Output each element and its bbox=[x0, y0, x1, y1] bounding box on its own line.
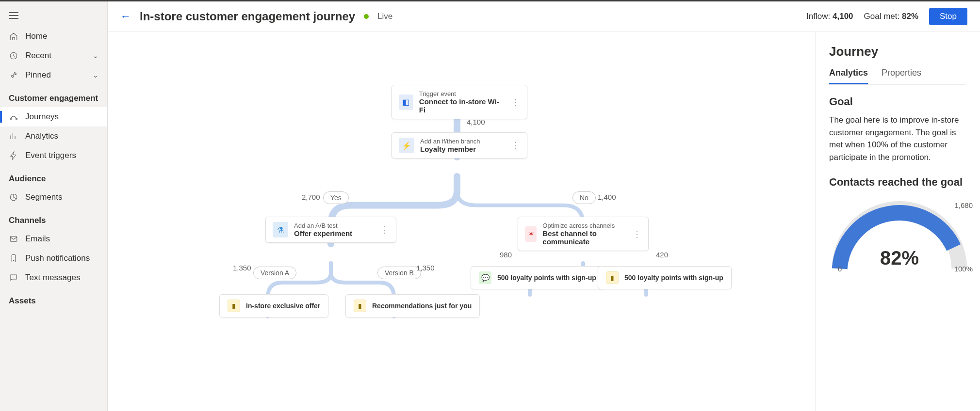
gauge-min: 0 bbox=[838, 265, 842, 273]
more-icon[interactable]: ⋮ bbox=[506, 97, 520, 108]
gauge-reached: 1,680 bbox=[954, 201, 973, 209]
count-vb: 1,350 bbox=[416, 264, 435, 272]
back-arrow-icon[interactable]: ← bbox=[120, 10, 131, 23]
offer-icon: ▮ bbox=[354, 300, 366, 312]
count-opt-left: 980 bbox=[500, 251, 512, 259]
node-optimize[interactable]: ✶ Optimize across channels Best channel … bbox=[518, 217, 649, 251]
node-title: Connect to in-store Wi-Fi bbox=[419, 97, 500, 114]
ab-test-icon: ⚗ bbox=[273, 222, 288, 237]
nav-text-messages[interactable]: Text messages bbox=[0, 268, 107, 287]
nav-label: Text messages bbox=[25, 273, 80, 283]
bolt-icon: ⚡ bbox=[399, 138, 414, 153]
section-channels: Channels bbox=[0, 207, 107, 229]
nav-pinned[interactable]: Pinned ⌄ bbox=[0, 65, 107, 85]
node-title: Recommendations just for you bbox=[372, 302, 472, 310]
svg-point-6 bbox=[13, 260, 14, 261]
goal-heading: Goal bbox=[829, 95, 966, 108]
journey-panel: Journey Analytics Properties Goal The go… bbox=[815, 32, 980, 411]
node-leaf-a[interactable]: ▮ In-store exclusive offer bbox=[219, 294, 328, 317]
node-title: 500 loyalty points with sign-up bbox=[497, 274, 596, 282]
nav-label: Emails bbox=[25, 234, 50, 244]
count-no: 1,400 bbox=[598, 193, 616, 201]
pill-version-b: Version B bbox=[377, 267, 421, 279]
stop-button[interactable]: Stop bbox=[929, 8, 967, 25]
node-title: Loyalty member bbox=[420, 145, 480, 153]
home-icon bbox=[9, 32, 18, 41]
nav-segments[interactable]: Segments bbox=[0, 188, 107, 207]
panel-tabs: Analytics Properties bbox=[829, 68, 966, 85]
pin-icon bbox=[9, 70, 18, 80]
nav-label: Push notifications bbox=[25, 253, 90, 263]
nav-recent[interactable]: Recent ⌄ bbox=[0, 46, 107, 65]
count-yes: 2,700 bbox=[302, 193, 320, 201]
node-branch[interactable]: ⚡ Add an if/then branch Loyalty member ⋮ bbox=[392, 132, 527, 158]
node-sub: Add an if/then branch bbox=[420, 138, 480, 145]
node-leaf-d[interactable]: ▮ 500 loyalty points with sign-up bbox=[598, 266, 732, 289]
chart-heading: Contacts reached the goal bbox=[829, 176, 966, 189]
nav-journeys[interactable]: Journeys bbox=[0, 107, 107, 126]
pill-no: No bbox=[572, 191, 596, 204]
points-icon: 💬 bbox=[479, 271, 491, 284]
clock-icon bbox=[9, 51, 18, 61]
gauge-value: 82% bbox=[880, 247, 919, 269]
more-icon[interactable]: ⋮ bbox=[627, 229, 641, 239]
nav-label: Pinned bbox=[25, 70, 51, 80]
nav-label: Event triggers bbox=[25, 151, 76, 160]
node-leaf-b[interactable]: ▮ Recommendations just for you bbox=[345, 294, 480, 317]
pill-yes: Yes bbox=[323, 191, 349, 204]
section-customer-engagement: Customer engagement bbox=[0, 85, 107, 107]
nav-label: Segments bbox=[25, 192, 63, 202]
tab-analytics[interactable]: Analytics bbox=[829, 68, 868, 84]
count-va: 1,350 bbox=[233, 264, 251, 272]
inflow-metric: Inflow: 4,100 bbox=[806, 12, 853, 21]
analytics-icon bbox=[9, 131, 18, 141]
nav-emails[interactable]: Emails bbox=[0, 229, 107, 249]
chevron-down-icon: ⌄ bbox=[93, 52, 98, 60]
node-ab-test[interactable]: ⚗ Add an A/B test Offer experiment ⋮ bbox=[265, 217, 396, 243]
count-opt-right: 420 bbox=[656, 251, 668, 259]
journey-canvas[interactable]: ◧ Trigger event Connect to in-store Wi-F… bbox=[108, 32, 815, 411]
node-sub: Optimize across channels bbox=[542, 222, 621, 229]
node-sub: Add an A/B test bbox=[294, 222, 352, 229]
node-trigger[interactable]: ◧ Trigger event Connect to in-store Wi-F… bbox=[392, 85, 527, 119]
trigger-event-icon: ◧ bbox=[399, 95, 413, 110]
section-audience: Audience bbox=[0, 165, 107, 188]
offer-icon: ▮ bbox=[228, 300, 240, 312]
topbar: ← In-store customer engagement journey L… bbox=[108, 1, 980, 32]
page-title: In-store customer engagement journey bbox=[140, 10, 355, 23]
more-icon[interactable]: ⋮ bbox=[506, 140, 520, 151]
nav-analytics[interactable]: Analytics bbox=[0, 126, 107, 146]
nav-home[interactable]: Home bbox=[0, 27, 107, 46]
node-title: Best channel to communicate bbox=[542, 229, 621, 246]
count-trigger: 4,100 bbox=[467, 118, 485, 126]
goal-metric: Goal met: 82% bbox=[864, 12, 918, 21]
chevron-down-icon: ⌄ bbox=[93, 71, 98, 79]
section-assets: Assets bbox=[0, 287, 107, 310]
trigger-icon bbox=[9, 151, 18, 160]
sms-icon bbox=[9, 273, 18, 283]
nav-label: Analytics bbox=[25, 131, 58, 141]
email-icon bbox=[9, 234, 18, 244]
pill-version-a: Version A bbox=[253, 267, 296, 279]
node-title: 500 loyalty points with sign-up bbox=[624, 274, 723, 282]
node-sub: Trigger event bbox=[419, 90, 500, 97]
gauge-chart: 0 100% 1,680 82% bbox=[829, 198, 970, 276]
panel-heading: Journey bbox=[829, 44, 966, 59]
node-title: Offer experiment bbox=[294, 229, 352, 237]
segments-icon bbox=[9, 192, 18, 202]
status-text: Live bbox=[377, 12, 392, 21]
status-dot bbox=[364, 14, 369, 19]
nav-event-triggers[interactable]: Event triggers bbox=[0, 146, 107, 165]
tab-properties[interactable]: Properties bbox=[882, 68, 921, 84]
nav-label: Journeys bbox=[25, 112, 59, 122]
hamburger-menu[interactable] bbox=[0, 7, 107, 27]
svg-rect-4 bbox=[10, 237, 17, 242]
optimize-icon: ✶ bbox=[525, 226, 537, 242]
goal-text: The goal here is to improve in-store cus… bbox=[829, 114, 966, 163]
node-title: In-store exclusive offer bbox=[246, 302, 320, 310]
nav-push-notifications[interactable]: Push notifications bbox=[0, 249, 107, 268]
more-icon[interactable]: ⋮ bbox=[375, 224, 389, 235]
nav-label: Home bbox=[25, 32, 47, 41]
node-leaf-c[interactable]: 💬 500 loyalty points with sign-up bbox=[471, 266, 604, 289]
push-icon bbox=[9, 253, 18, 263]
